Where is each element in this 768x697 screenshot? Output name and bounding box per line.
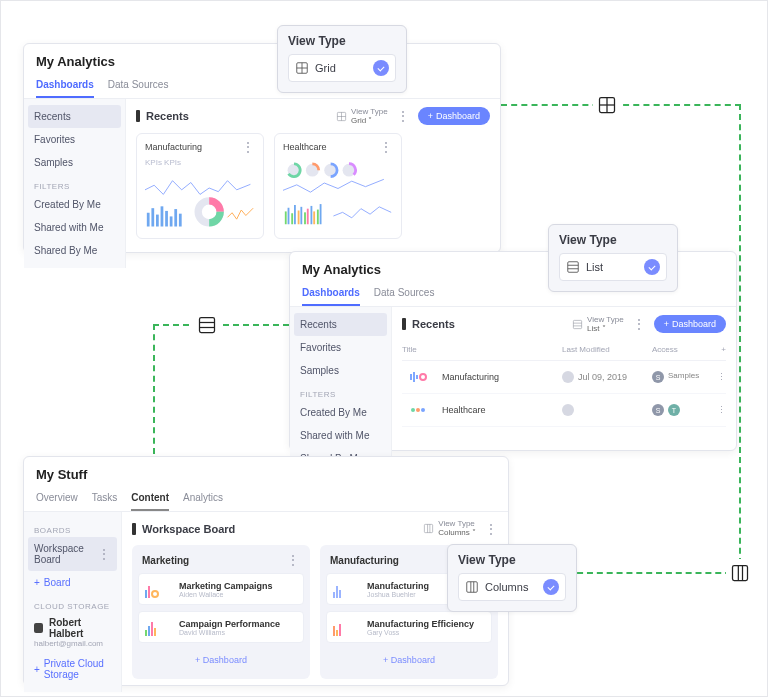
- table-row[interactable]: Manufacturing Jul 09, 2019 SSamples ⋮: [402, 361, 726, 394]
- popover-option[interactable]: Columns: [458, 573, 566, 601]
- add-dashboard-button[interactable]: +Dashboard: [418, 107, 490, 125]
- add-dashboard-button[interactable]: + Dashboard: [326, 649, 492, 671]
- svg-rect-40: [304, 212, 306, 224]
- more-icon[interactable]: ⋮: [286, 553, 300, 567]
- columns-icon: [465, 580, 479, 594]
- grid-icon: [295, 61, 309, 75]
- section-title: Recents: [136, 110, 189, 122]
- svg-rect-12: [568, 262, 579, 273]
- card-thumbnail: [145, 580, 173, 598]
- card-thumbnail: [145, 618, 173, 636]
- sidebar-samples[interactable]: Samples: [24, 151, 125, 174]
- svg-rect-24: [161, 206, 164, 226]
- svg-rect-44: [317, 210, 319, 225]
- grid-icon: [593, 91, 621, 119]
- svg-rect-27: [174, 209, 177, 226]
- more-icon[interactable]: ⋮: [484, 522, 498, 536]
- popover-value: Columns: [485, 581, 537, 593]
- table-row[interactable]: Healthcare ST ⋮: [402, 394, 726, 427]
- add-dashboard-button[interactable]: +Dashboard: [654, 315, 726, 333]
- svg-rect-43: [313, 211, 315, 224]
- more-icon[interactable]: ⋮: [97, 547, 111, 561]
- add-board-button[interactable]: +Board: [24, 571, 121, 594]
- check-icon: [543, 579, 559, 595]
- svg-rect-35: [288, 208, 290, 225]
- svg-rect-15: [467, 582, 478, 593]
- list-icon: [566, 260, 580, 274]
- tab-tasks[interactable]: Tasks: [92, 486, 118, 511]
- add-column-icon[interactable]: +: [712, 345, 726, 354]
- tab-dashboards[interactable]: Dashboards: [36, 73, 94, 98]
- add-cloud-storage-button[interactable]: +Private Cloud Storage: [24, 652, 121, 686]
- tab-overview[interactable]: Overview: [36, 486, 78, 511]
- tab-dashboards[interactable]: Dashboards: [302, 281, 360, 306]
- popover-value: Grid: [315, 62, 367, 74]
- section-title: Workspace Board: [132, 523, 235, 535]
- more-icon[interactable]: ⋮: [396, 109, 410, 123]
- view-type-popover-grid: View Type Grid: [277, 25, 407, 93]
- dashboard-card-manufacturing[interactable]: Manufacturing⋮ KPIs KPIs: [136, 133, 264, 239]
- sidebar-created-by-me[interactable]: Created By Me: [24, 193, 125, 216]
- tab-data-sources[interactable]: Data Sources: [374, 281, 435, 306]
- add-dashboard-button[interactable]: + Dashboard: [138, 649, 304, 671]
- svg-rect-28: [179, 214, 182, 227]
- section-title: Recents: [402, 318, 455, 330]
- row-thumbnail: [402, 402, 434, 418]
- check-icon: [644, 259, 660, 275]
- more-icon[interactable]: ⋮: [712, 372, 726, 382]
- more-icon[interactable]: ⋮: [632, 317, 646, 331]
- svg-rect-38: [298, 211, 300, 225]
- access-badge: S: [652, 404, 664, 416]
- sidebar-workspace-board[interactable]: Workspace Board⋮: [28, 537, 117, 571]
- svg-rect-36: [291, 213, 293, 224]
- svg-rect-46: [573, 320, 581, 328]
- tabs: Overview Tasks Content Analytics: [24, 486, 508, 512]
- board-column-marketing: Marketing⋮ Marketing CampaignsAiden Wall…: [132, 545, 310, 679]
- view-type-selector[interactable]: View TypeGrid ˅: [336, 108, 388, 125]
- analytics-panel-grid: My Analytics Dashboards Data Sources Rec…: [23, 43, 501, 253]
- sidebar-favorites[interactable]: Favorites: [290, 336, 391, 359]
- svg-rect-34: [285, 211, 287, 224]
- svg-rect-22: [151, 208, 154, 226]
- svg-rect-25: [165, 211, 168, 227]
- view-type-popover-columns: View Type Columns: [447, 544, 577, 612]
- tab-content[interactable]: Content: [131, 486, 169, 511]
- view-type-popover-list: View Type List: [548, 224, 678, 292]
- view-type-selector[interactable]: View TypeColumns ˅: [423, 520, 476, 537]
- popover-title: View Type: [288, 34, 396, 48]
- sidebar-shared-with-me[interactable]: Shared with Me: [290, 424, 391, 447]
- popover-title: View Type: [458, 553, 566, 567]
- sidebar-shared-by-me[interactable]: Shared By Me: [24, 239, 125, 262]
- sidebar-recents[interactable]: Recents: [294, 313, 387, 336]
- more-icon[interactable]: ⋮: [241, 140, 255, 154]
- sidebar-favorites[interactable]: Favorites: [24, 128, 125, 151]
- chart-preview: [283, 158, 393, 230]
- svg-rect-21: [147, 213, 150, 227]
- sidebar-recents[interactable]: Recents: [28, 105, 121, 128]
- board-card[interactable]: Marketing CampaignsAiden Wallace: [138, 573, 304, 605]
- more-icon[interactable]: ⋮: [712, 405, 726, 415]
- sidebar-heading-filters: FILTERS: [290, 382, 391, 401]
- view-type-selector[interactable]: View TypeList ˅: [572, 316, 624, 333]
- page-title: My Stuff: [24, 457, 508, 486]
- board-card[interactable]: Campaign PerformanceDavid Williams: [138, 611, 304, 643]
- svg-rect-23: [156, 215, 159, 227]
- columns-icon: [423, 523, 434, 534]
- more-icon[interactable]: ⋮: [379, 140, 393, 154]
- grid-icon: [336, 111, 347, 122]
- board-card[interactable]: Manufacturing EfficiencyGary Voss: [326, 611, 492, 643]
- tab-data-sources[interactable]: Data Sources: [108, 73, 169, 98]
- cloud-account[interactable]: Robert Halbert: [24, 613, 121, 639]
- sidebar-shared-with-me[interactable]: Shared with Me: [24, 216, 125, 239]
- popover-option[interactable]: Grid: [288, 54, 396, 82]
- sidebar-samples[interactable]: Samples: [290, 359, 391, 382]
- card-thumbnail: [333, 618, 361, 636]
- card-thumbnail: [333, 580, 361, 598]
- tab-analytics[interactable]: Analytics: [183, 486, 223, 511]
- popover-value: List: [586, 261, 638, 273]
- popover-option[interactable]: List: [559, 253, 667, 281]
- avatar: [562, 371, 574, 383]
- sidebar-created-by-me[interactable]: Created By Me: [290, 401, 391, 424]
- svg-rect-45: [320, 204, 322, 224]
- dashboard-card-healthcare[interactable]: Healthcare⋮: [274, 133, 402, 239]
